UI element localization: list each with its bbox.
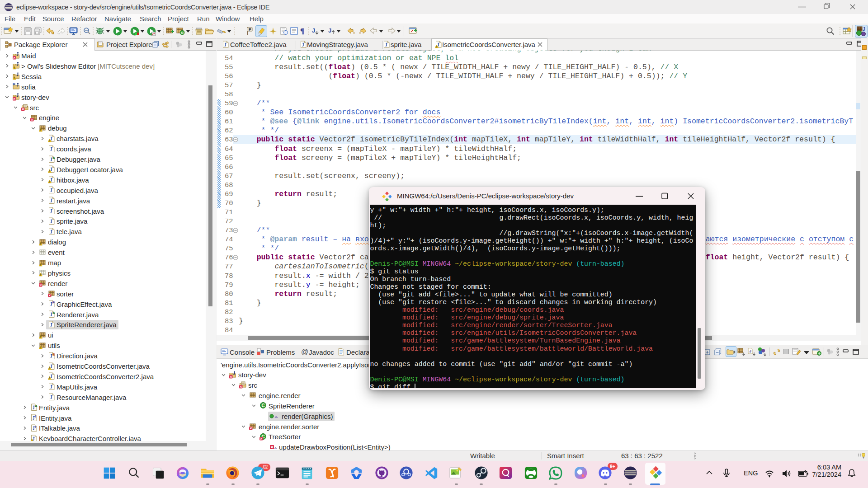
svg-text:I: I [35,414,36,418]
svg-text:P: P [249,27,251,32]
svg-text:A: A [35,404,38,408]
svg-text:M: M [13,83,15,86]
svg-text:E: E [52,352,55,357]
svg-text:C: C [261,403,264,408]
svg-text:G: G [181,31,184,35]
svg-text:J: J [328,27,331,34]
svg-text:J: J [863,26,865,32]
svg-text:A: A [52,156,55,160]
svg-text:J: J [749,349,751,353]
svg-text:P: P [52,300,55,305]
svg-text:J: J [312,27,315,34]
svg-text:I: I [35,425,36,429]
svg-text:A: A [52,311,55,315]
